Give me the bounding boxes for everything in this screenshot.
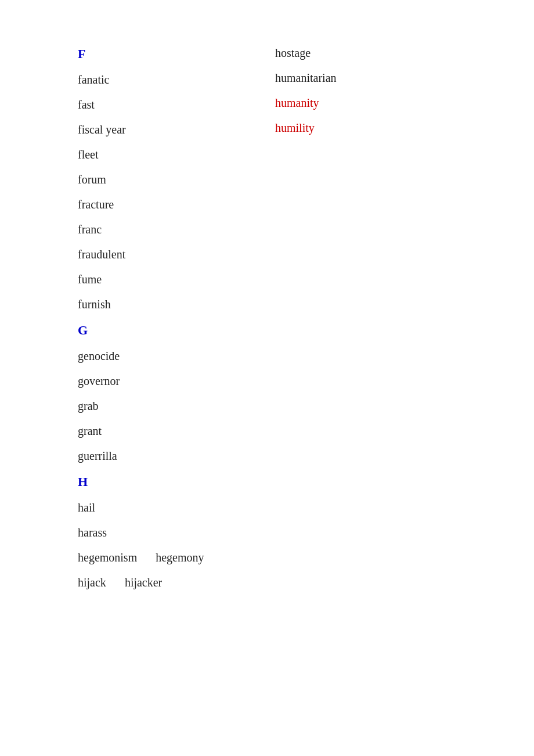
list-item: grab — [78, 399, 275, 413]
word-hegemony: hegemony — [156, 551, 204, 564]
list-item: fraudulent — [78, 248, 275, 261]
list-item: fanatic — [78, 73, 275, 87]
list-item: humanitarian — [275, 71, 456, 85]
list-item: fracture — [78, 198, 275, 211]
left-column: F fanatic fast fiscal year fleet forum f… — [78, 46, 275, 601]
list-item: hijack hijacker — [78, 576, 275, 589]
word-list: F fanatic fast fiscal year fleet forum f… — [78, 46, 456, 601]
list-item: genocide — [78, 350, 275, 363]
list-item: harass — [78, 526, 275, 539]
list-item: hostage — [275, 46, 456, 60]
list-item: grant — [78, 424, 275, 438]
list-item: hail — [78, 501, 275, 514]
list-item: fast — [78, 98, 275, 111]
list-item: furnish — [78, 298, 275, 311]
list-item: humility — [275, 121, 456, 135]
list-item: fiscal year — [78, 123, 275, 136]
word-hegemonism: hegemonism — [78, 551, 137, 564]
section-header-g: G — [78, 323, 275, 338]
list-item: hegemonism hegemony — [78, 551, 275, 564]
list-item: guerrilla — [78, 449, 275, 463]
list-item: governor — [78, 375, 275, 388]
list-item: franc — [78, 223, 275, 236]
word-hijack: hijack — [78, 576, 106, 589]
right-column: hostage humanitarian humanity humility — [275, 46, 456, 601]
word-hijacker: hijacker — [125, 576, 162, 589]
list-item: fleet — [78, 148, 275, 161]
list-item: fume — [78, 273, 275, 286]
list-item: humanity — [275, 96, 456, 110]
section-header-f: F — [78, 46, 275, 62]
list-item: forum — [78, 173, 275, 186]
section-header-h: H — [78, 474, 275, 489]
